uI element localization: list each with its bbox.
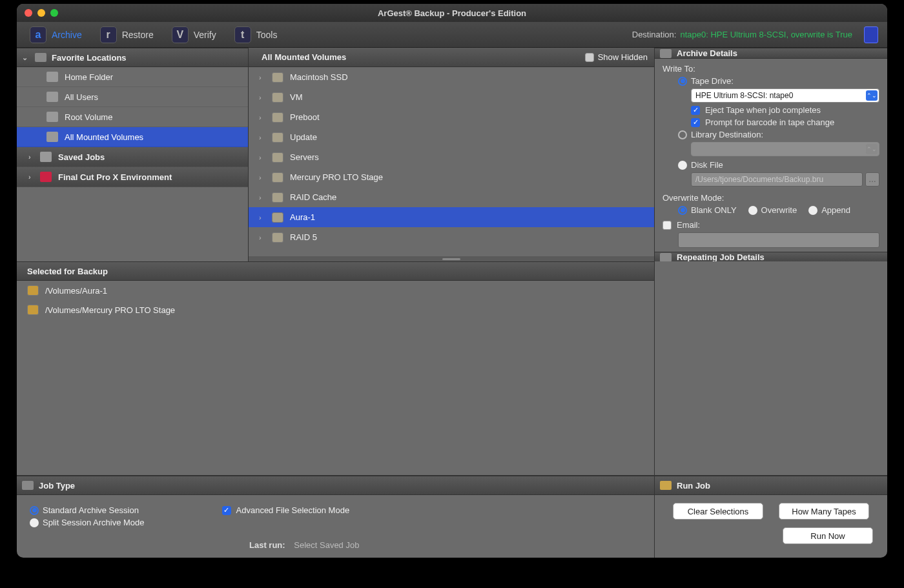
volume-row[interactable]: ›Preboot	[249, 107, 654, 127]
volume-row[interactable]: ›RAID 5	[249, 227, 654, 247]
sidebar-item-label: All Users	[65, 92, 98, 102]
tools-tab[interactable]: t Tools	[225, 24, 287, 46]
details-icon	[660, 49, 672, 58]
overwrite-radio[interactable]: Overwrite	[748, 205, 797, 215]
advanced-mode-checkbox[interactable]: ✓ Advanced File Selection Mode	[222, 505, 350, 515]
volume-label: Servers	[290, 152, 319, 162]
drive-icon	[272, 72, 283, 83]
run-now-button[interactable]: Run Now	[783, 527, 873, 544]
sidebar-item-all-users[interactable]: All Users	[17, 87, 248, 107]
radio-off-icon	[678, 161, 687, 170]
restore-icon: r	[100, 26, 117, 43]
restore-tab[interactable]: r Restore	[91, 24, 163, 46]
folder-icon	[46, 92, 58, 102]
clear-selections-button[interactable]: Clear Selections	[673, 503, 763, 520]
volume-label: VM	[290, 92, 303, 102]
drive-icon	[272, 192, 283, 203]
email-checkbox[interactable]: Email:	[663, 220, 879, 230]
library-dest-radio[interactable]: Library Destination:	[663, 130, 879, 139]
show-hidden-toggle[interactable]: Show Hidden	[585, 52, 648, 62]
folder-icon	[35, 53, 46, 62]
run-icon	[660, 481, 672, 490]
overwrite-mode-label: Overwrite Mode:	[663, 193, 879, 203]
eject-checkbox[interactable]: ✓ Eject Tape when job completes	[691, 105, 879, 115]
archive-icon: a	[30, 26, 46, 43]
disk-file-radio[interactable]: Disk File	[663, 160, 879, 170]
how-many-tapes-button[interactable]: How Many Tapes	[779, 503, 869, 520]
selected-header: Selected for Backup	[17, 261, 654, 281]
split-session-label: Split Session Archive Mode	[43, 518, 145, 527]
tools-icon: t	[234, 26, 251, 43]
volume-row[interactable]: ›Update	[249, 127, 654, 147]
disk-file-path: /Users/tjones/Documents/Backup.bru	[691, 172, 863, 187]
chevron-right-icon: ›	[259, 114, 265, 121]
browse-button[interactable]: …	[865, 172, 879, 187]
archive-tab[interactable]: a Archive	[21, 24, 91, 46]
selected-pane: Selected for Backup /Volumes/Aura-1/Volu…	[17, 261, 655, 475]
volume-row[interactable]: ›Macintosh SSD	[249, 67, 654, 87]
run-job-header: Run Job	[655, 476, 887, 495]
volume-row[interactable]: ›RAID Cache	[249, 187, 654, 207]
tape-icon[interactable]	[864, 26, 878, 43]
repeating-icon	[660, 253, 672, 262]
volume-label: Aura-1	[290, 212, 315, 222]
library-dest-label: Library Destination:	[691, 130, 763, 139]
selected-item[interactable]: /Volumes/Mercury PRO LTO Stage	[17, 300, 654, 319]
drive-icon	[272, 232, 283, 243]
volume-row[interactable]: ›Mercury PRO LTO Stage	[249, 167, 654, 187]
drive-icon	[272, 172, 283, 183]
tape-drive-select[interactable]: HPE Ultrium 8-SCSI: ntape0 ⌃⌄	[691, 88, 879, 103]
tools-label: Tools	[256, 30, 278, 40]
right-panel: Archive Details Write To: Tape Drive: HP…	[655, 48, 887, 261]
prompt-barcode-checkbox[interactable]: ✓ Prompt for barcode in tape change	[691, 117, 879, 127]
append-radio[interactable]: Append	[808, 205, 850, 215]
radio-off-icon	[808, 206, 817, 215]
volume-row[interactable]: ›VM	[249, 87, 654, 107]
destination-display: Destination: ntape0: HPE Ultrium 8-SCSI,…	[632, 26, 883, 43]
favorites-header[interactable]: ⌄ Favorite Locations	[17, 48, 248, 67]
chevron-right-icon: ›	[259, 194, 265, 201]
split-session-radio[interactable]: Split Session Archive Mode	[30, 518, 145, 527]
archive-details-header: Archive Details	[655, 48, 887, 59]
saved-jobs-section[interactable]: › Saved Jobs	[17, 147, 248, 167]
radio-off-icon	[30, 518, 39, 527]
job-type-title: Job Type	[39, 481, 75, 491]
chevron-down-icon: ⌄	[22, 54, 30, 62]
radio-on-icon	[30, 506, 39, 515]
standard-session-radio[interactable]: Standard Archive Session	[30, 505, 145, 515]
sidebar-item-all-mounted-volumes[interactable]: All Mounted Volumes	[17, 127, 248, 147]
selected-item[interactable]: /Volumes/Aura-1	[17, 281, 654, 300]
tape-drive-radio[interactable]: Tape Drive:	[663, 76, 879, 86]
fcpx-icon	[40, 172, 52, 182]
chevron-right-icon: ›	[28, 173, 34, 181]
chevron-right-icon: ›	[259, 234, 265, 241]
drive-icon	[272, 212, 283, 223]
checkbox-checked-icon: ✓	[691, 118, 700, 127]
tape-drive-label: Tape Drive:	[691, 76, 734, 86]
sidebar-item-root-volume[interactable]: Root Volume	[17, 107, 248, 127]
splitter-handle[interactable]	[249, 256, 654, 261]
blank-only-radio[interactable]: Blank ONLY	[678, 205, 737, 215]
email-field[interactable]	[678, 232, 879, 248]
volume-row[interactable]: ›Aura-1	[249, 207, 654, 227]
chevron-right-icon: ›	[259, 214, 265, 221]
drive-icon	[27, 285, 39, 296]
sidebar-item-label: Root Volume	[65, 112, 112, 122]
dropdown-icon: ⌃⌄	[866, 144, 878, 154]
drive-icon	[272, 132, 283, 143]
job-type-pane: Job Type Standard Archive Session Split …	[17, 476, 655, 558]
checkbox-checked-icon: ✓	[222, 506, 231, 515]
dropdown-icon: ⌃⌄	[866, 90, 878, 101]
volume-row[interactable]: ›Servers	[249, 147, 654, 167]
email-label: Email:	[677, 220, 700, 230]
fcpx-section[interactable]: › Final Cut Pro X Environment	[17, 167, 248, 187]
library-dest-select: ⌃⌄	[691, 142, 879, 156]
verify-tab[interactable]: V Verify	[163, 24, 225, 46]
left-sidebar: ⌄ Favorite Locations Home FolderAll User…	[17, 48, 248, 261]
selected-title: Selected for Backup	[27, 267, 108, 276]
sidebar-item-home-folder[interactable]: Home Folder	[17, 67, 248, 87]
chevron-right-icon: ›	[259, 134, 265, 141]
selected-path: /Volumes/Aura-1	[45, 286, 107, 296]
checkbox-icon	[663, 221, 672, 230]
folder-icon	[40, 152, 52, 162]
